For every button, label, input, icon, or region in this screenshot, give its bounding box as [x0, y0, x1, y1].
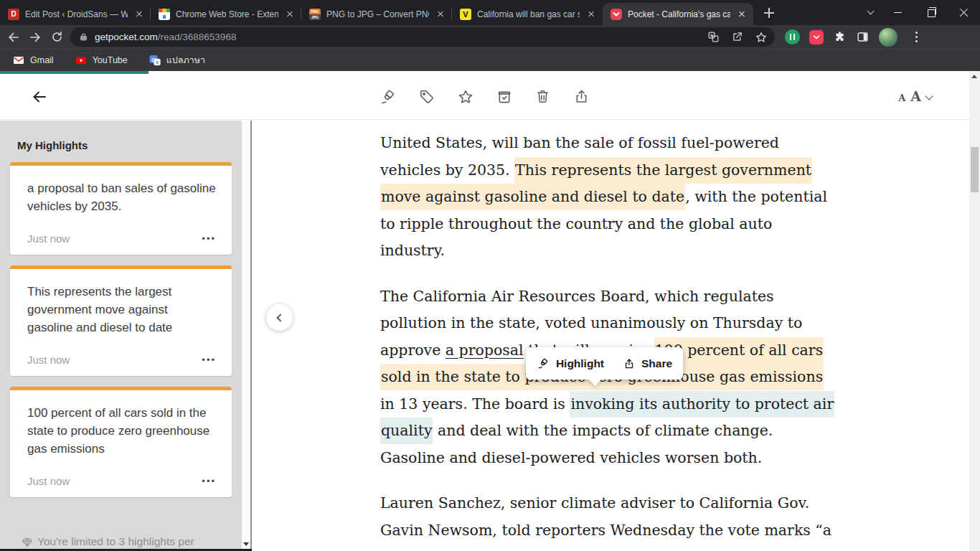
tab-close-icon[interactable] — [585, 9, 597, 20]
browser-toolbar: getpocket.com/read/3688653968 — [0, 25, 980, 49]
tab-close-icon[interactable] — [435, 9, 446, 20]
highlight-menu-icon[interactable]: ••• — [202, 476, 216, 486]
highlights-limit-notice: You're limited to 3 highlights per — [22, 535, 194, 548]
popup-highlight-button[interactable]: Highlight — [537, 357, 604, 370]
new-tab-button[interactable] — [759, 3, 779, 23]
side-panel-icon[interactable] — [856, 30, 870, 44]
gmail-icon — [13, 55, 24, 66]
share-icon — [623, 357, 636, 370]
tag-tool-icon[interactable] — [418, 88, 435, 105]
tab-title: Pocket - California's gas car b — [628, 9, 730, 19]
highlight-share-popup: Highlight Share — [526, 347, 683, 380]
tab-california-article[interactable]: California will ban gas car sal — [452, 3, 603, 25]
reload-button[interactable] — [46, 27, 67, 48]
scrollbar-thumb[interactable] — [971, 147, 979, 192]
popup-highlight-label: Highlight — [556, 357, 604, 370]
article-text: United States, will ban the sale of foss… — [380, 134, 779, 151]
translate-icon[interactable] — [707, 31, 720, 43]
tab-title: PNG to JPG – Convert PNG i — [326, 9, 429, 19]
font-size-small-label: A — [898, 93, 905, 103]
bookmark-star-icon[interactable] — [755, 31, 768, 44]
verge-favicon — [460, 9, 471, 20]
svg-text:G: G — [151, 57, 156, 63]
bookmark-label: Gmail — [30, 55, 54, 65]
chrome-web-store-favicon — [159, 9, 170, 20]
tab-title: Chrome Web Store - Extensi — [176, 9, 278, 19]
droidsans-favicon — [8, 9, 19, 20]
text-settings-button[interactable]: AA — [898, 90, 932, 103]
svg-text:a: a — [156, 60, 159, 65]
highlight-timestamp: Just now — [27, 232, 70, 245]
tab-png-to-jpg[interactable]: PNG to JPG – Convert PNG i — [301, 3, 452, 25]
url-path: /read/3688653968 — [158, 32, 237, 42]
sidebar-collapse-button[interactable] — [266, 304, 293, 331]
extension-green-icon[interactable] — [785, 29, 800, 44]
article-text: Gavin Newsom, told reporters Wednesday t… — [380, 522, 831, 539]
tab-close-icon[interactable] — [133, 9, 145, 20]
article-text: , with the potential — [685, 188, 827, 205]
article-text: Lauren Sanchez, senior climate adviser t… — [380, 494, 809, 512]
selected-text[interactable]: quality — [380, 418, 433, 444]
tab-close-icon[interactable] — [736, 9, 748, 20]
google-translate-icon: Ga — [149, 55, 161, 66]
paragraph: Lauren Sanchez, senior climate adviser t… — [380, 490, 854, 551]
extensions-puzzle-icon[interactable] — [833, 30, 847, 44]
window-minimize-button[interactable] — [881, 0, 914, 25]
page-scrollbar[interactable] — [969, 71, 980, 551]
highlight-timestamp: Just now — [27, 354, 70, 366]
pocket-reader-page: AA My Highlights a proposal to ban sales… — [0, 71, 980, 551]
highlight-card[interactable]: a proposal to ban sales of gasoline vehi… — [10, 162, 232, 255]
highlights-sidebar: My Highlights a proposal to ban sales of… — [0, 121, 242, 551]
profile-avatar[interactable] — [879, 28, 897, 47]
tab-pocket-active[interactable]: Pocket - California's gas car b — [603, 3, 753, 25]
tab-close-icon[interactable] — [284, 9, 296, 20]
favorite-star-icon[interactable] — [457, 88, 474, 105]
scroll-down-arrow-icon — [243, 542, 249, 546]
highlight-menu-icon[interactable]: ••• — [202, 233, 216, 244]
youtube-icon — [75, 55, 87, 66]
highlighted-text[interactable]: This represents the largest government — [514, 157, 812, 184]
highlight-text: a proposal to ban sales of gasoline vehi… — [27, 179, 216, 215]
delete-trash-icon[interactable] — [534, 88, 552, 105]
article-text: vehicles by 2035. — [380, 161, 514, 179]
address-bar[interactable]: getpocket.com/read/3688653968 — [70, 27, 775, 47]
tab-chrome-web-store[interactable]: Chrome Web Store - Extensi — [151, 3, 301, 25]
font-size-large-label: A — [910, 90, 921, 103]
back-button[interactable] — [3, 27, 24, 48]
highlight-text: 100 percent of all cars sold in the stat… — [27, 404, 216, 458]
article-text: in 13 years. The board is — [380, 395, 570, 413]
highlighted-text[interactable]: move against gasoline and diesel to date — [380, 184, 685, 210]
article-text: and deal with the impacts of climate cha… — [433, 422, 773, 439]
tab-title: California will ban gas car sal — [477, 9, 580, 19]
highlight-tool-icon[interactable] — [380, 88, 397, 105]
window-close-button[interactable] — [947, 0, 980, 25]
bookmark-youtube[interactable]: YouTube — [75, 55, 128, 66]
highlight-menu-icon[interactable]: ••• — [202, 354, 216, 365]
browser-menu-icon[interactable] — [910, 29, 923, 45]
pocket-favicon — [611, 9, 622, 20]
selected-text[interactable]: invoking its authority to protect air — [570, 391, 834, 418]
highlight-card[interactable]: This represents the largest government m… — [10, 265, 232, 376]
tab-title: Edit Post ‹ DroidSans — Wor — [25, 9, 128, 19]
limit-text: You're limited to 3 highlights per — [37, 535, 194, 548]
tab-search-chevron-icon[interactable] — [859, 0, 881, 25]
paragraph: United States, will ban the sale of foss… — [380, 121, 854, 265]
sidebar-scrollbar[interactable] — [242, 121, 252, 551]
archive-icon[interactable] — [496, 88, 513, 105]
article-link[interactable]: a proposal — [446, 342, 524, 359]
pocket-extension-icon[interactable] — [809, 30, 824, 44]
forward-button[interactable] — [24, 27, 46, 48]
reader-back-button[interactable] — [29, 86, 50, 108]
article-text: approve — [380, 342, 446, 359]
popup-share-button[interactable]: Share — [623, 357, 672, 370]
highlight-card[interactable]: 100 percent of all cars sold in the stat… — [10, 387, 232, 497]
window-restore-button[interactable] — [914, 0, 947, 25]
bookmark-translate[interactable]: Ga แปลภาษา — [149, 53, 205, 67]
bookmark-gmail[interactable]: Gmail — [13, 55, 54, 66]
chevron-left-icon — [276, 314, 284, 321]
tab-droidsans[interactable]: Edit Post ‹ DroidSans — Wor — [0, 3, 151, 25]
scroll-up-arrow-icon — [971, 75, 977, 78]
bookmarks-bar: Gmail YouTube Ga แปลภาษา — [0, 49, 980, 71]
share-page-icon[interactable] — [731, 31, 743, 43]
share-icon[interactable] — [573, 88, 590, 105]
